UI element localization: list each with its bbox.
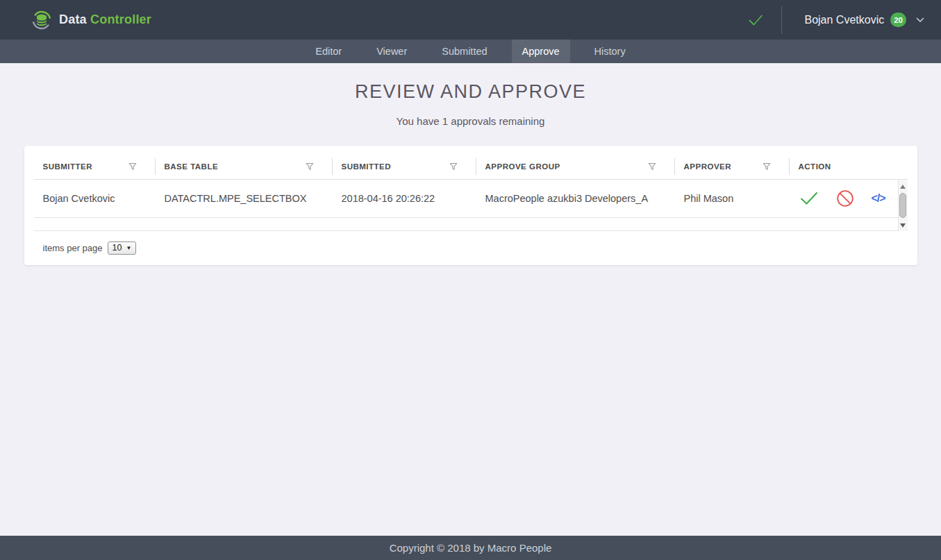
column-header-base-table[interactable]: BASE TABLE — [155, 154, 332, 179]
tab-viewer[interactable]: Viewer — [366, 40, 417, 63]
approve-check-icon[interactable] — [799, 191, 819, 206]
tab-submitted[interactable]: Submitted — [431, 40, 497, 63]
scroll-up-arrow-icon[interactable] — [900, 185, 906, 189]
filter-icon[interactable] — [128, 162, 137, 171]
column-label: SUBMITTER — [43, 162, 93, 171]
cell-actions: </> — [789, 189, 898, 207]
page-title: REVIEW AND APPROVE — [0, 81, 941, 103]
column-label: APPROVE GROUP — [485, 162, 560, 171]
cell-submitted: 2018-04-16 20:26:22 — [332, 193, 476, 204]
main-content: REVIEW AND APPROVE You have 1 approvals … — [0, 63, 941, 536]
filter-icon[interactable] — [648, 162, 656, 171]
pagination-bar: items per page 10 ▼ — [34, 231, 908, 265]
topbar-divider — [781, 6, 782, 34]
code-label: </> — [872, 192, 885, 205]
select-arrow-icon: ▼ — [126, 245, 131, 251]
tab-history[interactable]: History — [584, 40, 636, 63]
chevron-down-icon — [916, 17, 924, 23]
table-row: Bojan Cvetkovic DATACTRL.MPE_SELECTBOX 2… — [34, 180, 898, 218]
app-footer: Copyright © 2018 by Macro People — [0, 536, 941, 560]
app-header: Data Controller Bojan Cvetkovic 20 — [0, 0, 941, 40]
scroll-down-arrow-icon[interactable] — [900, 223, 906, 228]
user-menu[interactable]: Bojan Cvetkovic 20 — [804, 12, 924, 27]
table-empty-row — [34, 218, 898, 231]
column-label: BASE TABLE — [165, 162, 219, 171]
items-per-page-label: items per page — [43, 243, 103, 253]
column-label: ACTION — [799, 162, 831, 171]
column-header-approve-group[interactable]: APPROVE GROUP — [476, 154, 674, 179]
main-nav: Editor Viewer Submitted Approve History — [0, 40, 941, 63]
database-sync-icon — [31, 10, 52, 31]
table-scrollbar[interactable] — [898, 180, 908, 231]
filter-icon[interactable] — [449, 162, 458, 171]
user-name: Bojan Cvetkovic — [804, 14, 884, 26]
topbar-right: Bojan Cvetkovic 20 — [747, 6, 924, 34]
copyright-text: Copyright © 2018 by Macro People — [390, 542, 552, 554]
cell-submitter: Bojan Cvetkovic — [34, 193, 155, 204]
tab-approve[interactable]: Approve — [512, 40, 570, 63]
filter-icon[interactable] — [306, 162, 314, 171]
approvals-badge: 20 — [890, 12, 906, 27]
items-per-page-value: 10 — [113, 243, 122, 253]
approvals-remaining-text: You have 1 approvals remaining — [0, 115, 941, 127]
reject-ban-icon[interactable] — [836, 189, 854, 207]
scrollbar-thumb[interactable] — [899, 193, 906, 218]
logo-text-secondary: Controller — [90, 12, 151, 26]
cell-base-table: DATACTRL.MPE_SELECTBOX — [155, 193, 332, 204]
column-label: APPROVER — [684, 162, 732, 171]
logo-text: Data Controller — [59, 12, 151, 27]
approvals-table-card: SUBMITTER BASE TABLE SUBMITTED — [24, 146, 917, 265]
table-body: Bojan Cvetkovic DATACTRL.MPE_SELECTBOX 2… — [34, 180, 908, 231]
logo-text-primary: Data — [59, 12, 87, 26]
cell-approver: Phil Mason — [674, 193, 789, 204]
table-header-row: SUBMITTER BASE TABLE SUBMITTED — [34, 154, 908, 180]
app-logo[interactable]: Data Controller — [31, 10, 151, 31]
column-header-approver[interactable]: APPROVER — [674, 154, 789, 179]
tab-editor[interactable]: Editor — [305, 40, 352, 63]
page: Data Controller Bojan Cvetkovic 20 Edi — [0, 0, 941, 560]
approvals-table: SUBMITTER BASE TABLE SUBMITTED — [34, 154, 908, 231]
items-per-page-select[interactable]: 10 ▼ — [108, 241, 137, 255]
status-check-icon[interactable] — [747, 11, 765, 29]
column-header-action: ACTION — [789, 154, 898, 179]
column-header-submitter[interactable]: SUBMITTER — [34, 154, 155, 179]
column-header-submitted[interactable]: SUBMITTED — [332, 154, 476, 179]
column-label: SUBMITTED — [342, 162, 392, 171]
cell-approve-group: MacroPeople azukbi3 Developers_A — [476, 193, 674, 204]
filter-icon[interactable] — [763, 162, 771, 171]
view-code-icon[interactable]: </> — [872, 192, 885, 205]
